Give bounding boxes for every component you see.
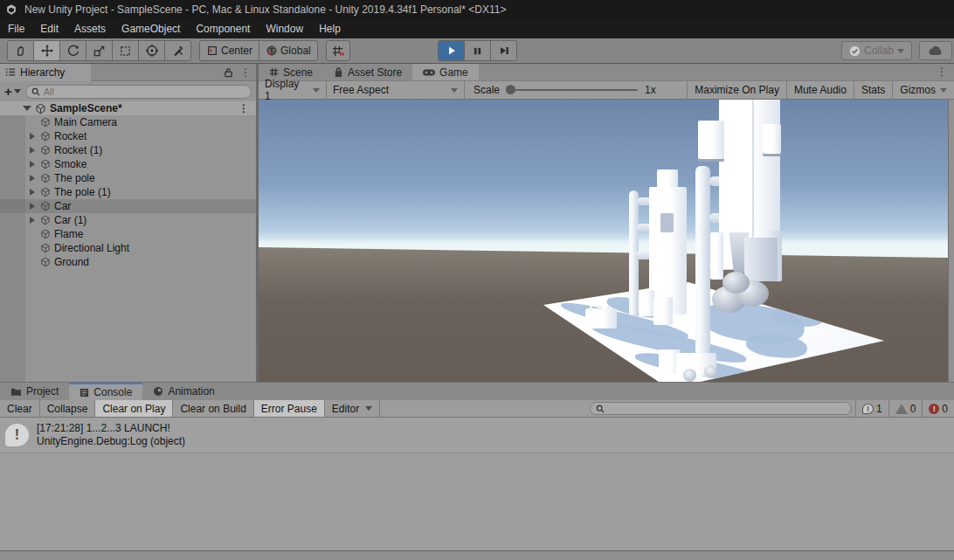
view-tabbar: Scene Asset Store Game ⋮ (259, 64, 954, 81)
scene-menu-icon[interactable]: ⋮ (238, 103, 249, 114)
game-toolbar: Display 1 Free Aspect Scale 1x Maximize … (259, 81, 954, 100)
gizmos-caret-icon (940, 88, 947, 93)
create-object-button[interactable]: + (4, 84, 21, 99)
hierarchy-item[interactable]: Flame (0, 227, 256, 241)
warning-count-toggle[interactable]: 0 (888, 400, 923, 417)
tab-game[interactable]: Game (412, 64, 479, 80)
collab-check-icon (849, 45, 861, 57)
transform-tool-button[interactable] (138, 40, 165, 61)
hierarchy-search[interactable] (25, 85, 252, 99)
hierarchy-item[interactable]: Main Camera (0, 115, 256, 129)
hierarchy-item[interactable]: Rocket (1) (0, 143, 256, 157)
hierarchy-tab[interactable]: Hierarchy (0, 64, 91, 81)
hierarchy-item[interactable]: The pole (1) (0, 185, 256, 199)
game-viewport[interactable] (259, 100, 948, 382)
hierarchy-item[interactable]: Car (1) (0, 213, 256, 227)
console-toolbar-button[interactable]: Clear (0, 400, 40, 417)
mute-audio-button[interactable]: Mute Audio (786, 81, 854, 100)
hand-tool-button[interactable] (7, 40, 34, 61)
hierarchy-search-input[interactable] (44, 86, 245, 97)
console-toolbar-button[interactable]: Clear on Build (173, 400, 253, 417)
collab-caret-icon (897, 49, 904, 53)
stats-button[interactable]: Stats (854, 81, 892, 100)
hierarchy-item[interactable]: Car (0, 199, 256, 213)
lock-icon[interactable] (224, 67, 233, 78)
hierarchy-menu-icon[interactable]: ⋮ (240, 67, 251, 78)
menu-item[interactable]: GameObject (114, 19, 188, 38)
custom-tools-button[interactable] (164, 40, 191, 61)
expand-arrow-icon[interactable] (30, 217, 35, 224)
warning-icon (895, 404, 908, 414)
hierarchy-item[interactable]: Rocket (0, 129, 256, 143)
gameobject-cube-icon (40, 187, 51, 197)
tab-animation[interactable]: Animation (142, 383, 225, 400)
car-post (598, 305, 601, 310)
space-mode-button[interactable]: Global (259, 40, 318, 61)
scale-slider-knob[interactable] (506, 85, 515, 94)
scene-expand-icon[interactable] (23, 106, 31, 111)
gameobject-cube-icon (40, 159, 51, 169)
menu-item[interactable]: Help (311, 19, 349, 38)
tab-asset-store[interactable]: Asset Store (323, 64, 412, 80)
bottom-panel: Project Console Animation ClearCollapseC… (0, 382, 954, 560)
console-toolbar-button[interactable]: Editor (325, 400, 380, 417)
console-search-input[interactable] (608, 404, 846, 414)
expand-arrow-icon[interactable] (30, 147, 35, 154)
hierarchy-item[interactable]: Directional Light (0, 241, 256, 255)
log-entry[interactable]: ! [17:21:28] 1...2...3 LAUNCH! UnityEngi… (0, 418, 954, 453)
error-count-toggle[interactable]: ! 0 (922, 400, 954, 417)
console-search[interactable] (590, 402, 852, 415)
menu-item[interactable]: File (0, 19, 32, 38)
pivot-mode-button[interactable]: Center (199, 40, 259, 61)
expand-arrow-icon[interactable] (30, 175, 35, 182)
display-dropdown[interactable]: Display 1 (259, 81, 327, 100)
hierarchy-item-label: The pole (54, 172, 95, 184)
scene-header-row[interactable]: SampleScene* ⋮ (0, 101, 256, 115)
hierarchy-item-label: Rocket (1) (54, 144, 102, 156)
cloud-services-button[interactable] (919, 41, 952, 60)
pause-button[interactable] (464, 40, 491, 61)
grid-snap-button[interactable] (326, 40, 350, 61)
gamepad-icon (423, 68, 435, 77)
pivot-icon (206, 45, 218, 57)
collab-button[interactable]: Collab (841, 41, 912, 60)
unity-logo-icon (5, 3, 17, 16)
info-count-toggle[interactable]: ! 1 (855, 400, 888, 417)
hierarchy-panel: Hierarchy ⋮ + SampleScene* ⋮ (0, 64, 256, 382)
tab-console[interactable]: Console (69, 383, 142, 400)
tab-project[interactable]: Project (0, 383, 69, 400)
gameobject-cube-icon (40, 173, 51, 183)
gizmos-button[interactable]: Gizmos (892, 81, 954, 100)
scale-tool-button[interactable] (86, 40, 113, 61)
play-button[interactable] (438, 40, 465, 61)
rotate-tool-button[interactable] (59, 40, 86, 61)
rocket-fin-left (710, 232, 723, 280)
pause-icon (473, 46, 482, 56)
scale-slider[interactable] (507, 89, 638, 91)
expand-arrow-icon[interactable] (30, 133, 35, 140)
menu-item[interactable]: Edit (32, 19, 66, 38)
log-message: [17:21:28] 1...2...3 LAUNCH! (37, 422, 185, 435)
hierarchy-item[interactable]: The pole (0, 171, 256, 185)
menu-bar: FileEditAssetsGameObjectComponentWindowH… (0, 19, 954, 38)
menu-item[interactable]: Window (258, 19, 311, 38)
menu-item[interactable]: Assets (66, 19, 114, 38)
maximize-on-play-button[interactable]: Maximize On Play (687, 81, 786, 100)
console-toolbar-button[interactable]: Error Pause (254, 400, 325, 417)
step-button[interactable] (490, 40, 517, 61)
menu-item[interactable]: Component (188, 19, 258, 38)
hierarchy-item[interactable]: Ground (0, 255, 256, 269)
expand-arrow-icon[interactable] (30, 161, 35, 168)
aspect-dropdown[interactable]: Free Aspect (327, 81, 465, 100)
log-info-bubble-icon: ! (5, 424, 29, 446)
expand-arrow-icon[interactable] (30, 189, 35, 196)
rocket-booster (763, 124, 781, 154)
rect-tool-button[interactable] (112, 40, 139, 61)
console-toolbar-button[interactable]: Clear on Play (95, 400, 173, 417)
move-tool-button[interactable] (33, 40, 60, 61)
expand-arrow-icon[interactable] (30, 203, 35, 210)
console-toolbar-button[interactable]: Collapse (40, 400, 96, 417)
game-panel-menu-icon[interactable]: ⋮ (937, 64, 954, 80)
rocket-base-block (744, 238, 778, 281)
hierarchy-item[interactable]: Smoke (0, 157, 256, 171)
